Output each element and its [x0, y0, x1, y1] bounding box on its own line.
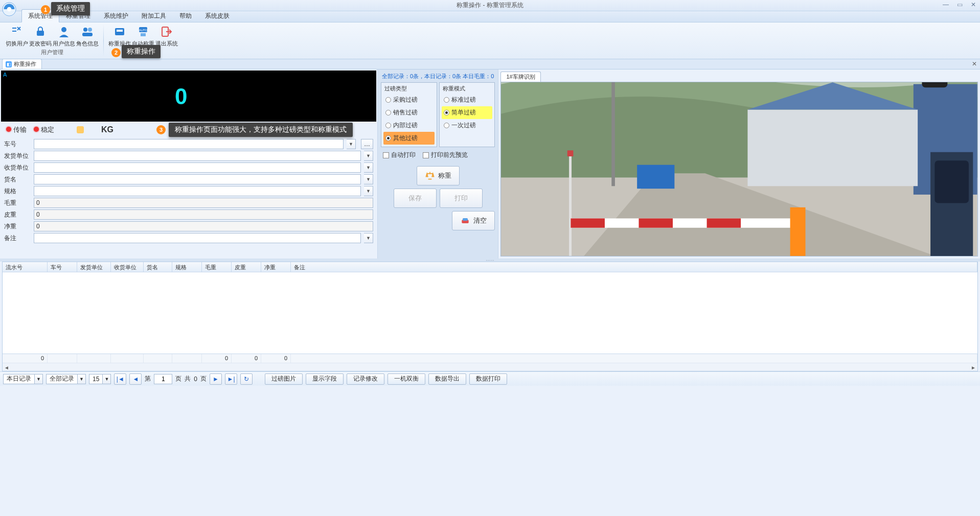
svg-text:AUTO: AUTO: [139, 29, 148, 32]
svg-rect-27: [707, 218, 741, 227]
grid-header: 流水号 车号 发货单位 收货单位 货名 规格 毛重 皮重 净重 备注: [3, 262, 977, 272]
dual-scale-button[interactable]: 一机双衡: [388, 373, 425, 385]
pagesize-combo[interactable]: 15▼: [89, 374, 111, 384]
svg-rect-26: [639, 218, 673, 227]
document-tab-weigh[interactable]: ◧ 称重操作: [2, 59, 42, 69]
ribbon-weigh-operation[interactable]: 称重操作: [108, 24, 131, 48]
mode-option-simple[interactable]: 简单过磅: [442, 106, 493, 119]
col-spec[interactable]: 规格: [172, 262, 202, 272]
svg-rect-28: [790, 207, 806, 256]
remark-input[interactable]: [34, 233, 361, 243]
type-option-purchase[interactable]: 采购过磅: [383, 93, 435, 106]
clear-button[interactable]: 清空: [452, 211, 495, 230]
preview-checkbox[interactable]: 打印前先预览: [422, 149, 469, 161]
remark-dropdown[interactable]: ▼: [364, 233, 373, 243]
annotation-tooltip-2: 称重操作: [122, 45, 161, 58]
hand-icon: [77, 126, 84, 133]
type-option-sale[interactable]: 销售过磅: [383, 106, 435, 119]
edit-record-button[interactable]: 记录修改: [347, 373, 384, 385]
svg-rect-14: [463, 218, 468, 221]
grid-footer: 0 0 0 0: [3, 354, 977, 363]
col-goods[interactable]: 货名: [144, 262, 172, 272]
nav-prev[interactable]: ◄: [129, 373, 142, 385]
menu-item-help[interactable]: 帮助: [173, 9, 198, 22]
col-remark[interactable]: 备注: [291, 262, 977, 272]
goods-input[interactable]: [34, 174, 361, 184]
close-all-tabs-button[interactable]: ✕: [972, 60, 977, 67]
weigh-mode-group: 称重模式 标准过磅 简单过磅 一次过磅: [439, 82, 495, 147]
maximize-button[interactable]: ▭: [955, 1, 965, 8]
ribbon-change-password[interactable]: 更改密码: [29, 24, 52, 48]
document-icon: ◧: [6, 61, 12, 67]
col-tare[interactable]: 皮重: [232, 262, 261, 272]
ribbon-auto-weigh[interactable]: AUTO自动称重: [131, 24, 155, 48]
save-button[interactable]: 保存: [394, 189, 437, 208]
weigh-button[interactable]: 称重: [417, 166, 460, 185]
sender-input[interactable]: [34, 151, 361, 161]
weigh-images-button[interactable]: 过磅图片: [265, 373, 303, 385]
weight-unit: KG: [101, 125, 113, 134]
col-serial[interactable]: 流水号: [3, 262, 48, 272]
ribbon-role-info[interactable]: 角色信息: [76, 24, 99, 48]
mode-option-standard[interactable]: 标准过磅: [442, 93, 493, 106]
record-summary: 全部记录：0条，本日记录：0条 本日毛重：0: [381, 72, 495, 82]
menu-item-maintain[interactable]: 系统维护: [97, 9, 135, 22]
spec-input[interactable]: [34, 186, 361, 196]
col-gross[interactable]: 毛重: [202, 262, 232, 272]
mode-option-once[interactable]: 一次过磅: [442, 119, 493, 132]
sender-dropdown[interactable]: ▼: [364, 151, 373, 161]
svg-point-1: [7, 7, 12, 12]
filter-today-combo[interactable]: 本日记录▼: [3, 374, 43, 384]
page-number-input[interactable]: [154, 374, 172, 384]
close-button[interactable]: ✕: [969, 1, 978, 8]
receiver-dropdown[interactable]: ▼: [364, 162, 373, 173]
type-option-internal[interactable]: 内部过磅: [383, 119, 435, 132]
minimize-button[interactable]: —: [941, 1, 951, 8]
print-button[interactable]: 打印: [440, 189, 483, 208]
tare-input: [34, 209, 373, 220]
filter-all-combo[interactable]: 全部记录▼: [46, 374, 86, 384]
app-logo-icon: [1, 1, 17, 17]
gross-input: [34, 198, 373, 208]
grid-body[interactable]: [3, 272, 977, 354]
ribbon-switch-user[interactable]: 切换用户: [5, 24, 29, 48]
nav-last[interactable]: ►|: [225, 373, 237, 385]
svg-rect-32: [922, 82, 948, 87]
document-tab-strip: ◧ 称重操作 ✕: [0, 59, 980, 69]
menu-item-tools[interactable]: 附加工具: [135, 9, 173, 22]
led-stable-icon: [34, 127, 39, 132]
weigh-form: 车号▼… 发货单位▼ 收货单位▼ 货名▼ 规格▼ 毛重 皮重 净重 备注▼: [0, 137, 377, 245]
export-data-button[interactable]: 数据导出: [428, 373, 466, 385]
nav-first[interactable]: |◄: [114, 373, 126, 385]
goods-dropdown[interactable]: ▼: [364, 174, 373, 184]
svg-rect-25: [571, 218, 605, 227]
ribbon-user-info[interactable]: 用户信息: [52, 24, 76, 48]
vehicle-browse-button[interactable]: …: [361, 139, 373, 149]
col-receiver[interactable]: 收货单位: [111, 262, 144, 272]
annotation-tooltip-1: 系统管理: [51, 2, 90, 15]
ribbon-exit-system[interactable]: 退出系统: [155, 24, 178, 48]
col-sender[interactable]: 发货单位: [77, 262, 111, 272]
col-vehicle[interactable]: 车号: [48, 262, 77, 272]
show-fields-button[interactable]: 显示字段: [306, 373, 344, 385]
receiver-input[interactable]: [34, 162, 361, 173]
type-option-other[interactable]: 其他过磅: [383, 132, 435, 145]
spec-dropdown[interactable]: ▼: [364, 186, 373, 196]
vehicle-dropdown[interactable]: ▼: [347, 139, 356, 149]
bottom-toolbar: 本日记录▼ 全部记录▼ 15▼ |◄ ◄ 第 页 共 0 页 ► ►| ↻ 过磅…: [0, 371, 980, 386]
menu-item-skin[interactable]: 系统皮肤: [198, 9, 236, 22]
camera-tab-1[interactable]: 1#车牌识别: [500, 72, 540, 82]
annotation-badge-2: 2: [111, 48, 121, 57]
nav-next[interactable]: ►: [210, 373, 222, 385]
autoprint-checkbox[interactable]: 自动打印: [382, 149, 417, 161]
svg-rect-2: [37, 31, 44, 36]
svg-rect-22: [569, 152, 572, 256]
svg-rect-23: [567, 150, 574, 156]
col-net[interactable]: 净重: [261, 262, 291, 272]
camera-view: [500, 82, 978, 256]
weigh-type-group: 过磅类型 采购过磅 销售过磅 内部过磅 其他过磅: [381, 82, 437, 147]
vehicle-input[interactable]: [34, 139, 344, 149]
refresh-button[interactable]: ↻: [240, 373, 253, 385]
print-data-button[interactable]: 数据打印: [469, 373, 507, 385]
grid-hscroll[interactable]: ◄►: [3, 363, 977, 371]
